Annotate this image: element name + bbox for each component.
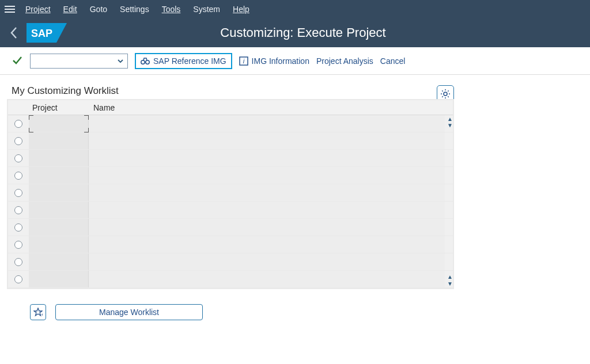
- cell-project[interactable]: [29, 253, 89, 270]
- row-radio[interactable]: [8, 206, 29, 214]
- gear-icon: [440, 89, 451, 99]
- table-row[interactable]: [8, 132, 453, 150]
- table-row[interactable]: [8, 236, 453, 253]
- cell-project[interactable]: [29, 219, 89, 236]
- project-dropdown[interactable]: [30, 54, 128, 69]
- scroll-down-icon[interactable]: ▼: [447, 280, 453, 287]
- cell-project[interactable]: [29, 184, 89, 201]
- project-analysis-label: Project Analysis: [316, 56, 373, 66]
- cell-name[interactable]: [89, 202, 445, 218]
- row-radio[interactable]: [8, 258, 29, 266]
- row-radio[interactable]: [8, 241, 29, 249]
- chevron-down-icon: [117, 58, 124, 65]
- cancel-button[interactable]: Cancel: [380, 56, 406, 66]
- check-icon: [12, 54, 23, 66]
- manage-worklist-button[interactable]: Manage Worklist: [55, 304, 203, 320]
- cell-project[interactable]: [29, 132, 89, 149]
- back-button[interactable]: [5, 24, 23, 42]
- cell-name[interactable]: [89, 115, 445, 132]
- menu-settings[interactable]: Settings: [120, 5, 149, 14]
- hamburger-icon[interactable]: [5, 6, 15, 13]
- cell-project[interactable]: [29, 115, 89, 132]
- img-information-button[interactable]: i IMG Information: [239, 56, 309, 66]
- table-body: ▲ ▼ ▲ ▼: [8, 115, 453, 288]
- toolbar: SAP Reference IMG i IMG Information Proj…: [0, 47, 590, 75]
- info-icon: i: [239, 56, 248, 66]
- img-information-label: IMG Information: [252, 56, 309, 66]
- svg-text:SAP: SAP: [31, 28, 52, 39]
- cell-name[interactable]: [89, 271, 445, 287]
- cell-name[interactable]: [89, 253, 445, 270]
- svg-point-2: [141, 60, 145, 63]
- menubar: Project Edit Goto Settings Tools System …: [0, 0, 590, 18]
- cell-name[interactable]: [89, 219, 445, 236]
- cell-name[interactable]: [89, 132, 445, 149]
- footer: + Manage Worklist: [7, 289, 583, 320]
- row-radio[interactable]: [8, 154, 29, 162]
- favorite-button[interactable]: +: [30, 304, 46, 320]
- cell-project[interactable]: [29, 167, 89, 184]
- cell-name[interactable]: [89, 184, 445, 201]
- cell-project[interactable]: [29, 236, 89, 253]
- cell-name[interactable]: [89, 236, 445, 253]
- selection-corner: [84, 115, 89, 120]
- column-project[interactable]: Project: [29, 103, 89, 112]
- cell-name[interactable]: [89, 167, 445, 184]
- menu-help[interactable]: Help: [233, 5, 249, 14]
- table-row[interactable]: [8, 167, 453, 184]
- section-title: My Customizing Worklist: [12, 85, 454, 97]
- sap-logo: SAP: [27, 23, 67, 43]
- svg-text:+: +: [41, 312, 43, 317]
- sap-reference-img-button[interactable]: SAP Reference IMG: [135, 53, 232, 69]
- cell-name[interactable]: [89, 150, 445, 166]
- svg-point-3: [146, 60, 149, 63]
- svg-line-13: [442, 96, 442, 97]
- scroll-down-icon[interactable]: ▼: [447, 122, 453, 128]
- selection-corner: [84, 128, 89, 132]
- row-radio[interactable]: [8, 275, 29, 283]
- svg-text:i: i: [243, 58, 244, 65]
- svg-point-6: [444, 92, 447, 96]
- column-name[interactable]: Name: [89, 103, 445, 112]
- confirm-button[interactable]: [12, 54, 23, 67]
- cell-project[interactable]: [29, 202, 89, 218]
- table-row[interactable]: [8, 184, 453, 202]
- svg-line-12: [448, 96, 448, 97]
- svg-line-14: [448, 90, 448, 91]
- table-row[interactable]: [8, 219, 453, 236]
- selection-corner: [29, 115, 33, 120]
- row-radio[interactable]: [8, 223, 29, 232]
- binoculars-icon: [141, 56, 150, 66]
- menu-system[interactable]: System: [193, 5, 220, 14]
- row-radio[interactable]: [8, 120, 29, 128]
- row-radio[interactable]: [8, 172, 29, 180]
- table-row[interactable]: [8, 202, 453, 219]
- menu-edit[interactable]: Edit: [63, 5, 77, 14]
- table-row[interactable]: [8, 115, 453, 132]
- worklist-table: Project Name ▲ ▼ ▲ ▼: [7, 99, 454, 289]
- scroll-up-icon[interactable]: ▲: [447, 274, 453, 280]
- titlebar: SAP Customizing: Execute Project: [0, 18, 590, 47]
- sap-reference-img-label: SAP Reference IMG: [153, 56, 226, 66]
- project-analysis-button[interactable]: Project Analysis: [316, 56, 373, 66]
- scroll-up-icon[interactable]: ▲: [447, 116, 453, 122]
- menu-goto[interactable]: Goto: [90, 5, 107, 14]
- row-radio[interactable]: [8, 137, 29, 145]
- menu-project[interactable]: Project: [25, 5, 51, 14]
- cell-project[interactable]: [29, 150, 89, 166]
- svg-line-11: [442, 90, 442, 91]
- table-row[interactable]: [8, 150, 453, 167]
- cell-project[interactable]: [29, 271, 89, 287]
- table-row[interactable]: [8, 253, 453, 271]
- content-area: My Customizing Worklist Project Name ▲ ▼…: [0, 75, 590, 320]
- cancel-label: Cancel: [380, 56, 406, 66]
- row-radio[interactable]: [8, 189, 29, 197]
- table-header: Project Name: [8, 100, 453, 115]
- chevron-left-icon: [10, 26, 18, 39]
- page-title: Customizing: Execute Project: [67, 25, 539, 40]
- table-row[interactable]: [8, 271, 453, 288]
- selection-corner: [29, 128, 33, 132]
- star-plus-icon: +: [33, 308, 43, 317]
- menu-tools[interactable]: Tools: [162, 5, 181, 14]
